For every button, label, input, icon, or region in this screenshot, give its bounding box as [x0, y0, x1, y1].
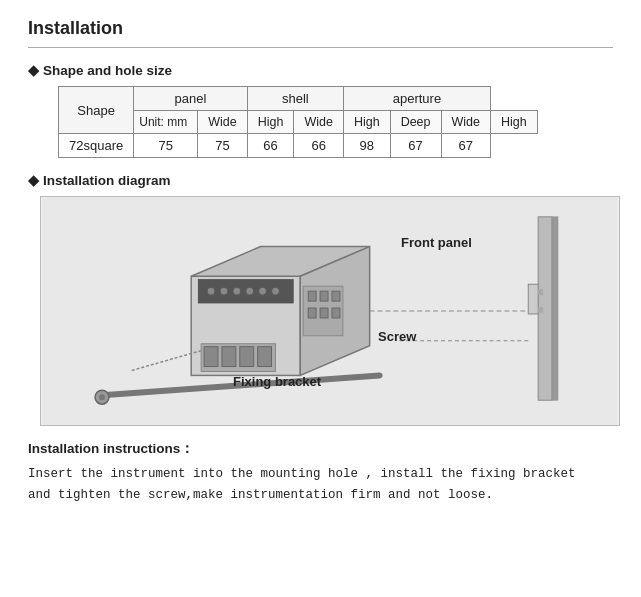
installation-diagram: Front panel Screw Fixing bracket [40, 196, 620, 426]
cell-aperture-wide: 67 [390, 134, 441, 158]
svg-rect-2 [552, 217, 558, 400]
col-aperture-deep: Deep [390, 111, 441, 134]
col-panel: panel [134, 87, 247, 111]
svg-point-15 [259, 287, 267, 295]
col-shape: Shape [59, 87, 134, 134]
cell-aperture-deep: 98 [343, 134, 390, 158]
svg-rect-25 [204, 347, 218, 367]
svg-rect-26 [222, 347, 236, 367]
col-aperture-wide: Wide [441, 111, 490, 134]
diagram-label-screw: Screw [378, 329, 416, 344]
col-unit: Unit: mm [134, 111, 198, 134]
install-text-line1: Insert the instrument into the mounting … [28, 467, 576, 481]
install-text-line2: and tighten the screw,make instrumentati… [28, 488, 493, 502]
col-shell: shell [247, 87, 343, 111]
cell-panel-high: 75 [198, 134, 247, 158]
svg-rect-3 [528, 284, 538, 314]
cell-shell-high: 66 [294, 134, 343, 158]
section3-text: Insert the instrument into the mounting … [28, 464, 613, 507]
diagram-label-front-panel: Front panel [401, 235, 472, 250]
svg-point-12 [220, 287, 228, 295]
svg-rect-19 [320, 291, 328, 301]
col-shell-wide: Wide [294, 111, 343, 134]
col-panel-wide: Wide [198, 111, 247, 134]
svg-rect-20 [332, 291, 340, 301]
svg-rect-5 [538, 307, 543, 313]
cell-panel-wide: 75 [134, 134, 198, 158]
col-shell-high: High [343, 111, 390, 134]
svg-rect-18 [308, 291, 316, 301]
cell-aperture-high: 67 [441, 134, 490, 158]
svg-point-14 [246, 287, 254, 295]
col-aperture-high: High [491, 111, 538, 134]
svg-rect-27 [240, 347, 254, 367]
diagram-svg [41, 197, 619, 425]
svg-point-32 [99, 394, 105, 400]
svg-rect-21 [308, 308, 316, 318]
section2-header: Installation diagram [28, 172, 613, 188]
section1-header: Shape and hole size [28, 62, 613, 78]
svg-rect-23 [332, 308, 340, 318]
col-aperture: aperture [343, 87, 490, 111]
page-title: Installation [28, 18, 613, 48]
cell-shape: 72square [59, 134, 134, 158]
svg-rect-22 [320, 308, 328, 318]
table-row: 72square 75 75 66 66 98 67 67 [59, 134, 538, 158]
diagram-label-fixing-bracket: Fixing bracket [233, 374, 321, 389]
svg-rect-4 [538, 289, 543, 295]
section3-header: Installation instructions： [28, 440, 613, 458]
size-table: Shape panel shell aperture Unit: mm Wide… [58, 86, 538, 158]
cell-shell-wide: 66 [247, 134, 294, 158]
table-header-row: Shape panel shell aperture [59, 87, 538, 111]
svg-point-13 [233, 287, 241, 295]
col-panel-high: High [247, 111, 294, 134]
svg-rect-28 [258, 347, 272, 367]
size-table-container: Shape panel shell aperture Unit: mm Wide… [58, 86, 613, 158]
svg-point-11 [207, 287, 215, 295]
svg-point-16 [272, 287, 280, 295]
